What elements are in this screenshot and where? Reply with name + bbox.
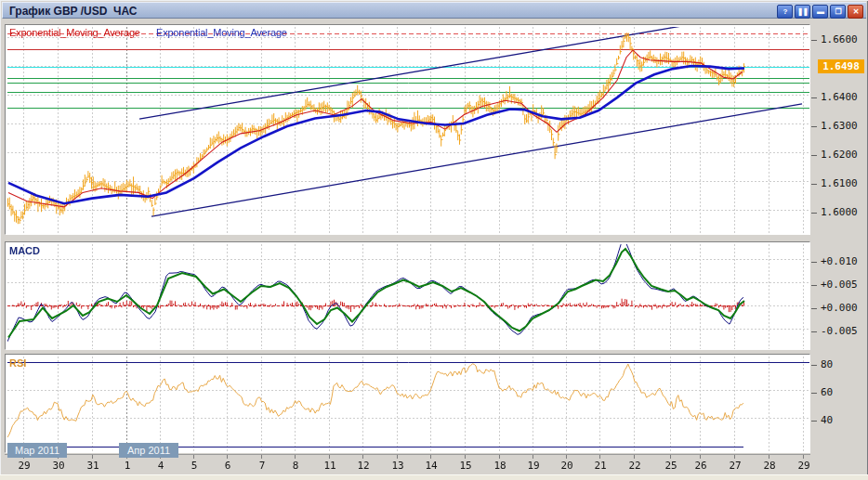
tick-mark — [811, 421, 817, 422]
window-titlebar[interactable]: График GBP /USD ЧАС ?❚❚▬❐✕ — [2, 2, 866, 19]
date-label: 15 — [455, 460, 476, 472]
date-tick — [670, 455, 671, 459]
help-button[interactable]: ? — [777, 5, 793, 19]
macd-label: MACD — [9, 245, 40, 256]
tick-mark — [811, 97, 817, 98]
date-label: 8 — [285, 460, 306, 472]
tick-mark — [811, 40, 817, 41]
price-axis-tick: 1.6400 — [810, 91, 868, 104]
tick-label: -0.005 — [821, 325, 858, 337]
tick-label: 80 — [821, 358, 833, 370]
date-label: 19 — [523, 460, 544, 472]
date-tick — [499, 455, 500, 459]
rsi-label: RSI — [9, 357, 26, 369]
date-tick — [599, 455, 600, 459]
month-badge: Апр 2011 — [119, 443, 178, 458]
macd-axis-tick: +0.000 — [810, 302, 868, 315]
tick-label: +0.010 — [821, 255, 858, 267]
tick-mark — [811, 126, 817, 127]
rsi-axis-tick: 60 — [810, 386, 868, 399]
price-axis-tick: 1.6100 — [810, 177, 868, 190]
tick-label: +0.005 — [821, 279, 858, 291]
date-label: 27 — [725, 460, 745, 472]
date-label: 12 — [353, 460, 374, 472]
date-label: 1 — [117, 460, 138, 472]
tick-mark — [811, 365, 817, 366]
date-label: 4 — [151, 460, 171, 472]
macd-axis-tick: +0.010 — [810, 255, 868, 268]
date-tick — [261, 455, 262, 459]
price-axis-tick: 1.6200 — [810, 149, 868, 162]
window-controls: ?❚❚▬❐✕ — [777, 5, 863, 19]
application-window: График GBP /USD ЧАС ?❚❚▬❐✕ Exponential_M… — [0, 0, 868, 480]
date-tick — [634, 455, 635, 459]
price-axis-tick: 1.6000 — [810, 206, 868, 219]
tick-mark — [811, 393, 817, 394]
month-badge: Мар 2011 — [7, 443, 67, 458]
date-label: 13 — [388, 460, 408, 472]
rsi-pane: RSI — [5, 354, 810, 453]
macd-pane: MACD — [5, 241, 810, 350]
date-label: 20 — [557, 460, 577, 472]
date-tick — [193, 455, 194, 459]
date-label: 14 — [421, 460, 441, 472]
tick-mark — [811, 331, 817, 332]
tick-mark — [811, 155, 817, 156]
tick-mark — [811, 285, 817, 286]
date-tick — [533, 455, 533, 459]
date-tick — [227, 455, 228, 459]
tick-label: +0.000 — [821, 302, 858, 314]
date-label: 26 — [690, 460, 711, 472]
pane-splitter[interactable] — [5, 235, 810, 241]
date-tick — [465, 455, 466, 459]
date-tick — [295, 455, 296, 459]
price-axis-tick: 1.6600 — [810, 33, 868, 46]
macd-axis: +0.010+0.005+0.000-0.005 — [810, 241, 868, 350]
close-button[interactable]: ✕ — [848, 5, 863, 19]
date-label: 29 — [14, 460, 34, 472]
macd-chart-canvas[interactable] — [7, 244, 809, 349]
tick-label: 1.6100 — [821, 177, 858, 189]
tick-mark — [811, 262, 817, 263]
window-title: График GBP /USD ЧАС — [9, 5, 138, 18]
minimize-button[interactable]: ▬ — [812, 5, 828, 19]
rsi-chart-canvas[interactable] — [7, 357, 809, 452]
tick-mark — [811, 184, 817, 185]
date-tick — [362, 455, 363, 459]
date-label: 7 — [252, 460, 272, 472]
date-label: 29 — [794, 460, 814, 472]
tick-mark — [811, 213, 817, 214]
tick-label: 60 — [821, 386, 833, 398]
ema-slow-label: Exponential_Moving_Average — [156, 27, 287, 38]
date-label: 28 — [759, 460, 780, 472]
date-tick — [769, 455, 769, 459]
rsi-axis: 806040 — [810, 354, 868, 453]
price-pane: Exponential_Moving_Average Exponential_M… — [5, 24, 810, 235]
current-price-tag: 1.6498 — [818, 59, 864, 73]
maximize-button[interactable]: ❐ — [830, 5, 846, 19]
rsi-axis-tick: 40 — [810, 414, 868, 427]
date-tick — [329, 455, 330, 459]
macd-axis-tick: +0.005 — [810, 279, 868, 292]
date-tick — [397, 455, 398, 459]
price-axis: 1.66001.64001.63001.62001.61001.6000 — [810, 24, 868, 235]
date-label: 6 — [217, 460, 238, 472]
date-label: 21 — [590, 460, 611, 472]
rsi-axis-tick: 80 — [810, 358, 868, 371]
date-label: 31 — [83, 460, 103, 472]
date-tick — [92, 455, 93, 459]
price-chart-canvas[interactable] — [7, 27, 809, 234]
tick-mark — [811, 308, 817, 309]
tick-label: 1.6600 — [821, 33, 858, 45]
date-label: 25 — [661, 460, 681, 472]
date-tick — [566, 455, 567, 459]
tick-label: 1.6200 — [821, 149, 858, 161]
tick-label: 1.6400 — [821, 91, 858, 103]
price-axis-tick: 1.6300 — [810, 120, 868, 133]
tick-label: 1.6300 — [821, 120, 858, 132]
date-label: 5 — [184, 460, 204, 472]
pause-button[interactable]: ❚❚ — [795, 5, 810, 19]
date-tick — [700, 455, 701, 459]
macd-axis-tick: -0.005 — [810, 325, 868, 338]
tick-label: 1.6000 — [821, 206, 858, 218]
